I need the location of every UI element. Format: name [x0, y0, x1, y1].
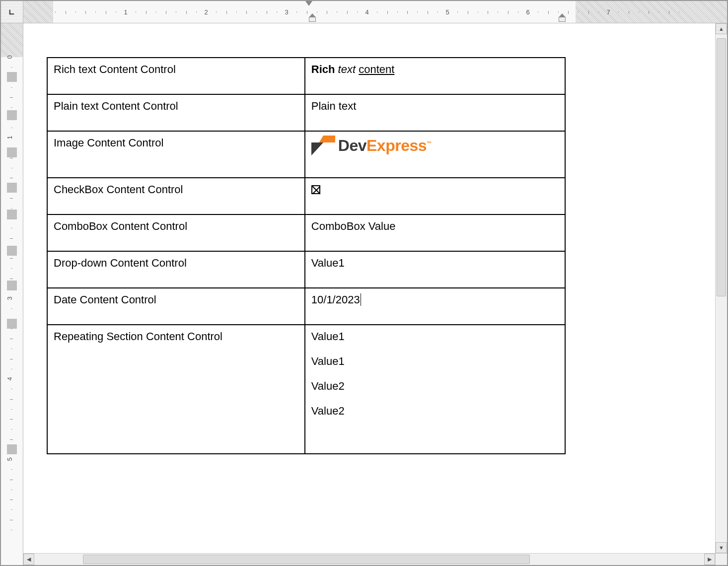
table-row: ComboBox Content Control ComboBox Value	[47, 214, 565, 251]
hanging-indent-marker[interactable]	[309, 17, 316, 22]
v-ruler-number: 3	[6, 296, 13, 300]
label-cell: ComboBox Content Control	[47, 214, 305, 251]
horizontal-scrollbar[interactable]: ◀ ▶	[23, 553, 715, 565]
combobox-content-control[interactable]: ComboBox Value	[305, 214, 565, 251]
v-ruler-number: 5	[6, 457, 13, 461]
label-cell: Date Content Control	[47, 288, 305, 325]
table-row-marker[interactable]	[7, 246, 17, 256]
label-cell: Drop-down Content Control	[47, 251, 305, 288]
table-row-marker[interactable]	[7, 147, 17, 157]
date-content-control[interactable]: 10/1/2023	[305, 288, 565, 325]
repeating-values: Value1 Value1 Value2 Value2	[311, 330, 559, 435]
table-row: Rich text Content Control Rich text cont…	[47, 58, 565, 94]
table-row: Repeating Section Content Control Value1…	[47, 325, 565, 454]
h-ruler-number: 5	[445, 8, 449, 16]
label-cell: Plain text Content Control	[47, 94, 305, 131]
v-ruler-number: 0	[6, 55, 13, 59]
image-content-control[interactable]: DevExpress™	[305, 131, 565, 178]
h-ruler-number: 7	[606, 8, 610, 16]
scroll-up-button[interactable]: ▲	[716, 23, 727, 34]
table-row-marker[interactable]	[7, 110, 17, 120]
table-row-marker[interactable]	[7, 183, 17, 193]
table-row: CheckBox Content Control	[47, 178, 565, 214]
arrow-right-icon: ▶	[708, 556, 712, 563]
v-scroll-thumb[interactable]	[717, 38, 726, 296]
content-controls-table: Rich text Content Control Rich text cont…	[47, 57, 566, 454]
table-row-marker[interactable]	[7, 444, 17, 454]
repeating-section-content-control[interactable]: Value1 Value1 Value2 Value2	[305, 325, 565, 454]
arrow-up-icon: ▲	[719, 26, 724, 32]
label-cell: Repeating Section Content Control	[47, 325, 305, 454]
table-row-marker[interactable]	[7, 281, 17, 290]
repeat-item: Value2	[311, 405, 559, 435]
app-frame: 1234567 012345 Rich text Content Control…	[1, 1, 727, 565]
right-indent-marker[interactable]	[559, 17, 566, 22]
date-value: 10/1/2023	[311, 293, 361, 306]
table-row: Plain text Content Control Plain text	[47, 94, 565, 131]
first-line-indent-marker[interactable]	[305, 1, 312, 6]
table-row: Image Content Control DevExpress™	[47, 131, 565, 178]
ruler-corner	[1, 1, 23, 23]
vertical-ruler[interactable]: 012345	[1, 23, 23, 565]
dropdown-content-control[interactable]: Value1	[305, 251, 565, 288]
horizontal-ruler[interactable]: 1234567	[23, 1, 727, 23]
v-ruler-number: 4	[6, 377, 13, 380]
scroll-right-button[interactable]: ▶	[704, 554, 715, 565]
label-cell: CheckBox Content Control	[47, 178, 305, 214]
table-row: Drop-down Content Control Value1	[47, 251, 565, 288]
devexpress-logo-icon: DevExpress™	[311, 136, 432, 155]
document-page: Rich text Content Control Rich text cont…	[23, 23, 619, 469]
arrow-left-icon: ◀	[27, 556, 31, 563]
plain-text-content-control[interactable]: Plain text	[305, 94, 565, 131]
rich-text-bold: Rich	[311, 63, 335, 75]
scroll-corner	[715, 553, 727, 565]
label-cell: Rich text Content Control	[47, 58, 305, 94]
checkbox-checked-icon	[311, 185, 320, 194]
scroll-left-button[interactable]: ◀	[23, 554, 34, 565]
rich-text-italic: text	[338, 63, 356, 75]
repeat-item: Value1	[311, 355, 559, 368]
h-ruler-number: 6	[526, 8, 529, 16]
rich-text-underline: content	[359, 63, 394, 75]
h-ruler-number: 1	[124, 8, 127, 16]
table-row-marker[interactable]	[7, 72, 17, 82]
h-ruler-number: 3	[285, 8, 288, 16]
vertical-scrollbar[interactable]: ▲ ▼	[715, 23, 727, 553]
label-cell: Image Content Control	[47, 131, 305, 178]
h-ruler-number: 2	[204, 8, 208, 16]
rich-text-content-control[interactable]: Rich text content	[305, 58, 565, 94]
v-ruler-number: 1	[6, 136, 13, 139]
table-row-marker[interactable]	[7, 319, 17, 329]
tab-stop-icon	[8, 8, 15, 15]
scroll-down-button[interactable]: ▼	[716, 542, 727, 553]
checkbox-content-control[interactable]	[305, 178, 565, 214]
h-scroll-thumb[interactable]	[83, 555, 530, 564]
table-row-marker[interactable]	[7, 210, 17, 219]
arrow-down-icon: ▼	[719, 545, 724, 551]
document-area[interactable]: Rich text Content Control Rich text cont…	[23, 23, 715, 553]
table-row: Date Content Control 10/1/2023	[47, 288, 565, 325]
repeat-item: Value1	[311, 330, 559, 343]
repeat-item: Value2	[311, 380, 559, 393]
h-ruler-number: 4	[365, 8, 368, 16]
